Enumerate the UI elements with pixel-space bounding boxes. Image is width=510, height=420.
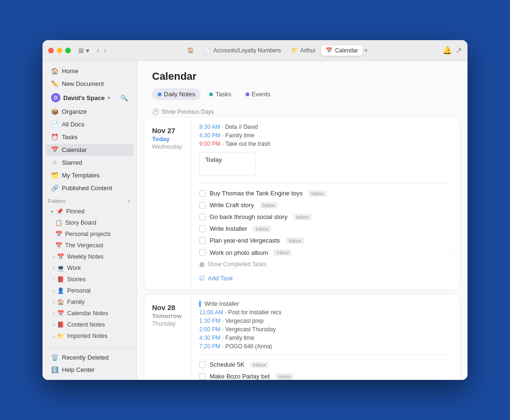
pinned-header[interactable]: ▾ 📌 Pinned <box>45 206 134 217</box>
day-label-nov27: Nov 27 Today Wednesday <box>144 118 192 289</box>
imported-notes-icon: 📁 <box>57 333 64 339</box>
task-checkbox-nov28-1[interactable] <box>199 373 206 380</box>
weekly-notes-icon: 📅 <box>57 253 64 260</box>
sidebar-item-the-vergecast[interactable]: 📅 The Vergecast <box>45 240 134 251</box>
main-layout: 🏠 Home ✏️ New Document D David's Space ▾… <box>42 61 468 380</box>
folder-icon: 📁 <box>291 47 298 53</box>
daily-notes-dot <box>158 92 162 96</box>
sidebar-bottom: 🗑️ Recently Deleted ℹ️ Help Center <box>42 348 136 376</box>
tasks-icon: ⏰ <box>51 134 59 141</box>
sidebar-item-new-document[interactable]: ✏️ New Document <box>45 78 134 90</box>
task-checkbox-5[interactable] <box>199 249 206 256</box>
home-icon: 🏠 <box>187 47 194 53</box>
share-icon[interactable]: ↗ <box>456 46 462 55</box>
search-icon[interactable]: 🔍 <box>120 94 128 101</box>
sidebar-item-help-center[interactable]: ℹ️ Help Center <box>45 364 134 376</box>
sidebar-item-imported-notes[interactable]: › 📁 Imported Notes <box>45 331 134 341</box>
today-note-box[interactable]: Today <box>199 152 256 176</box>
personal-chevron-icon: › <box>53 288 54 294</box>
titlebar: ⊞ ▾ ‹ › 🏠 📄 Accounts/Loyalty Numbers 📁 A… <box>42 40 468 61</box>
tab-events[interactable]: Events <box>240 88 276 100</box>
event-nov28-3: 4:30 PM · Family time <box>199 335 452 341</box>
sidebar-item-calendar[interactable]: 📅 Calendar <box>45 144 134 156</box>
sidebar-item-personal-projects[interactable]: 📅 Personal projects <box>45 229 134 239</box>
vergecast-icon: 📅 <box>55 242 62 249</box>
tab-tasks[interactable]: Tasks <box>204 88 237 100</box>
help-icon: ℹ️ <box>51 366 59 373</box>
tab-arthur[interactable]: 📁 Arthur <box>287 45 321 56</box>
new-doc-icon: ✏️ <box>51 80 59 87</box>
task-nov27-4: Plan year-end Vergecasts Inbox <box>199 235 452 245</box>
add-folder-button[interactable]: + <box>127 197 131 205</box>
event-nov28-1: 1:30 PM · Vergecast prep <box>199 318 452 324</box>
day-body-nov28: Write Installer 11:00 AM · Post for Inst… <box>192 295 460 380</box>
events-dot <box>246 92 249 96</box>
sidebar-item-story-board[interactable]: 📋 Story Board <box>45 218 134 228</box>
work-icon: 💻 <box>57 265 64 271</box>
work-chevron-icon: › <box>53 266 54 271</box>
stories-icon: 📕 <box>57 276 64 283</box>
sidebar-item-family[interactable]: › 🏠 Family <box>45 297 134 307</box>
day-body-nov27: 9:30 AM · Deta // David 4:30 PM · Family… <box>192 118 460 289</box>
bell-icon[interactable]: 🔔 <box>442 46 452 55</box>
organize-icon: 📦 <box>51 108 59 115</box>
sidebar-item-published-content[interactable]: 🔗 Published Content <box>45 182 134 194</box>
sidebar-item-home[interactable]: 🏠 Home <box>45 65 134 77</box>
imported-notes-chevron-icon: › <box>53 334 54 339</box>
sidebar-item-weekly-notes[interactable]: › 📅 Weekly Notes <box>45 252 134 262</box>
task-checkbox-nov28-0[interactable] <box>199 361 206 368</box>
sidebar-item-starred[interactable]: ☆ Starred <box>45 157 134 168</box>
sidebar-item-calendar-notes[interactable]: › 📅 Calendar Notes <box>45 308 134 319</box>
pinned-chevron-icon: ▾ <box>51 209 53 214</box>
task-checkbox-2[interactable] <box>199 214 206 220</box>
sidebar-item-personal[interactable]: › 👤 Personal <box>45 286 134 296</box>
task-checkbox-3[interactable] <box>199 226 206 232</box>
family-icon: 🏠 <box>57 299 64 305</box>
forward-button[interactable]: › <box>102 45 108 56</box>
add-tab-button[interactable]: + <box>364 46 368 55</box>
show-previous-days[interactable]: 🕐 Show Previous Days <box>137 106 468 118</box>
tab-accounts-loyalty[interactable]: 📄 Accounts/Loyalty Numbers <box>200 45 286 56</box>
content-header: Calendar Daily Notes Tasks Events <box>137 61 468 106</box>
close-button[interactable] <box>48 48 54 53</box>
stories-chevron-icon: › <box>53 277 54 282</box>
task-nov28-0: Schedule 5K Inbox <box>199 360 452 370</box>
show-completed-icon: ▦ <box>199 261 204 268</box>
add-task-button[interactable]: ☑ Add Task <box>199 273 452 284</box>
task-nov28-1: Make Bozo Parlay bet Inbox <box>199 371 452 380</box>
content-notes-icon: 📕 <box>57 321 64 328</box>
event-nov28-bar: Write Installer <box>199 301 452 307</box>
tab-home[interactable]: 🏠 <box>183 45 199 55</box>
templates-icon: 🗂️ <box>51 172 59 179</box>
day-card-nov27: Nov 27 Today Wednesday 9:30 AM · Deta //… <box>144 118 460 289</box>
content-notes-chevron-icon: › <box>53 322 54 328</box>
task-checkbox-1[interactable] <box>199 202 206 209</box>
minimize-button[interactable] <box>57 48 62 53</box>
add-task-icon: ☑ <box>199 275 205 282</box>
task-checkbox-0[interactable] <box>199 190 206 197</box>
sidebar-item-content-notes[interactable]: › 📕 Content Notes <box>45 319 134 330</box>
sidebar-item-my-templates[interactable]: 🗂️ My Templates <box>45 169 134 181</box>
sidebar-item-all-docs[interactable]: 📄 All Docs <box>45 118 134 130</box>
tab-calendar[interactable]: 📅 Calendar <box>321 45 363 56</box>
home-sidebar-icon: 🏠 <box>51 67 59 75</box>
show-completed-tasks[interactable]: ▦ Show Completed Tasks <box>199 260 452 269</box>
sidebar-toggle-button[interactable]: ⊞ ▾ <box>78 47 89 54</box>
personal-projects-icon: 📅 <box>55 231 62 237</box>
back-button[interactable]: ‹ <box>95 45 101 56</box>
sidebar-item-organize[interactable]: 📦 Organize <box>45 106 134 118</box>
tab-daily-notes[interactable]: Daily Notes <box>152 88 201 100</box>
sidebar-space[interactable]: D David's Space ▾ 🔍 <box>45 91 134 105</box>
traffic-lights <box>48 48 71 53</box>
maximize-button[interactable] <box>65 48 71 53</box>
event-nov27-0: 9:30 AM · Deta // David <box>199 124 452 130</box>
app-window: ⊞ ▾ ‹ › 🏠 📄 Accounts/Loyalty Numbers 📁 A… <box>42 40 468 380</box>
task-checkbox-4[interactable] <box>199 237 206 244</box>
content-tabs: Daily Notes Tasks Events <box>152 88 452 100</box>
titlebar-actions: 🔔 ↗ <box>442 46 462 55</box>
sidebar-item-recently-deleted[interactable]: 🗑️ Recently Deleted <box>45 352 134 363</box>
task-nov27-3: Write Installer Inbox <box>199 224 452 234</box>
sidebar-item-work[interactable]: › 💻 Work <box>45 263 134 273</box>
sidebar-item-tasks[interactable]: ⏰ Tasks <box>45 131 134 143</box>
sidebar-item-stories[interactable]: › 📕 Stories <box>45 274 134 285</box>
